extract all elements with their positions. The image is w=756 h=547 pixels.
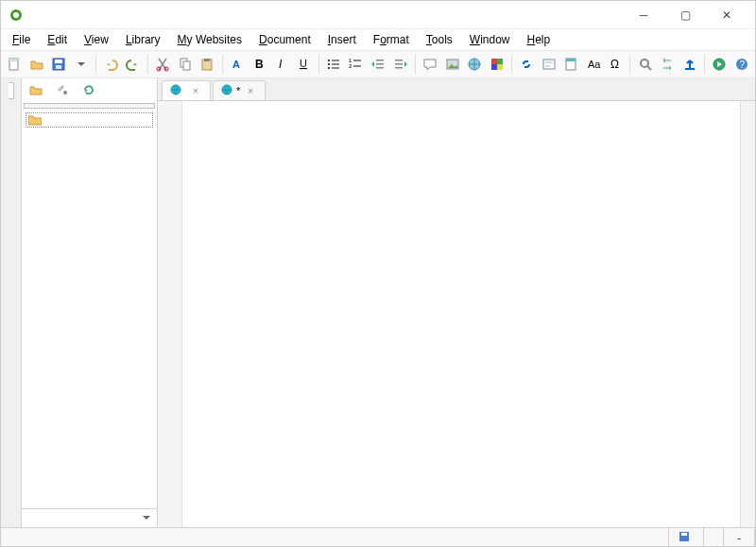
minimize-button[interactable]: ─ xyxy=(623,2,664,28)
svg-rect-48 xyxy=(685,68,695,70)
separator xyxy=(415,55,416,74)
tab-close-icon[interactable]: × xyxy=(189,84,202,97)
svg-text:A: A xyxy=(232,59,240,70)
menu-mywebsites[interactable]: My Websites xyxy=(170,31,249,48)
color-swatch-icon[interactable] xyxy=(487,54,507,75)
separator xyxy=(318,55,319,74)
svg-point-47 xyxy=(641,60,648,67)
sidetab-library[interactable] xyxy=(9,99,14,116)
svg-rect-21 xyxy=(332,63,339,65)
svg-rect-39 xyxy=(497,64,503,70)
tree-item-projects[interactable] xyxy=(26,112,153,128)
italic-icon[interactable]: I xyxy=(272,54,292,75)
chevron-down-icon[interactable] xyxy=(140,511,153,524)
new-file-icon[interactable] xyxy=(5,54,25,75)
svg-rect-28 xyxy=(376,63,384,65)
svg-text:U: U xyxy=(300,58,307,69)
menu-file[interactable]: File xyxy=(5,31,38,48)
svg-rect-31 xyxy=(395,63,403,65)
undo-icon[interactable] xyxy=(101,54,121,75)
svg-text:B: B xyxy=(255,58,264,71)
svg-rect-56 xyxy=(681,533,687,536)
svg-rect-22 xyxy=(332,67,339,69)
editor-area: × * × xyxy=(158,78,755,527)
comment-icon[interactable] xyxy=(421,54,440,75)
refresh-icon[interactable] xyxy=(78,79,99,100)
statusbar: - xyxy=(1,527,755,546)
menu-help[interactable]: Help xyxy=(520,31,558,48)
underline-icon[interactable]: U xyxy=(294,54,314,75)
status-doctype xyxy=(669,528,704,546)
save-small-icon xyxy=(679,531,690,544)
search-icon[interactable] xyxy=(635,54,655,75)
sidepanel-tools xyxy=(22,78,157,101)
separator xyxy=(147,55,148,74)
menu-edit[interactable]: Edit xyxy=(40,31,75,48)
globe-icon[interactable] xyxy=(465,54,485,75)
replace-icon[interactable] xyxy=(658,54,678,75)
separator xyxy=(95,55,96,74)
list-ul-icon[interactable] xyxy=(324,54,344,75)
help-icon[interactable]: ? xyxy=(731,54,751,75)
cut-icon[interactable] xyxy=(153,54,173,75)
save-dropdown-icon[interactable] xyxy=(72,54,92,75)
menu-tools[interactable]: Tools xyxy=(419,31,460,48)
tab-lo4d[interactable]: × xyxy=(162,80,211,100)
menu-insert[interactable]: Insert xyxy=(320,31,364,48)
symbol-icon[interactable]: Ω xyxy=(606,54,626,75)
save-icon[interactable] xyxy=(49,54,69,75)
svg-point-17 xyxy=(328,60,330,61)
copy-icon[interactable] xyxy=(176,54,196,75)
upload-icon[interactable] xyxy=(679,54,699,75)
redo-icon[interactable] xyxy=(124,54,144,75)
menu-view[interactable]: View xyxy=(77,31,116,48)
workspace: × * × xyxy=(1,78,755,527)
stylesheet-icon[interactable] xyxy=(561,54,581,75)
maximize-button[interactable]: ▢ xyxy=(664,2,706,28)
toolbar: A B I U 12 Aa Ω ? xyxy=(1,50,755,78)
sidetab-semantic-data[interactable] xyxy=(9,133,14,150)
paste-icon[interactable] xyxy=(198,54,217,75)
menu-window[interactable]: Window xyxy=(462,31,518,48)
sidetab-code[interactable] xyxy=(9,150,14,167)
sidetabs xyxy=(1,78,22,527)
folder-icon xyxy=(28,114,42,126)
svg-rect-26 xyxy=(353,65,361,67)
sidetab-my-websites[interactable] xyxy=(9,82,14,99)
anchor-icon[interactable]: A xyxy=(228,54,248,75)
form-icon[interactable] xyxy=(539,54,558,75)
tree-root[interactable] xyxy=(24,103,155,109)
menu-document[interactable]: Document xyxy=(251,31,318,48)
tab-label: * xyxy=(236,85,240,96)
tool-icon[interactable] xyxy=(52,79,73,100)
link-icon[interactable] xyxy=(517,54,537,75)
browser-icon xyxy=(221,84,232,97)
svg-rect-42 xyxy=(545,65,550,67)
image-icon[interactable] xyxy=(442,54,462,75)
sidetab-my-computer[interactable] xyxy=(9,116,14,133)
svg-text:Aa: Aa xyxy=(588,59,601,70)
browser-icon xyxy=(170,84,181,97)
close-button[interactable]: ✕ xyxy=(706,2,747,28)
code-body[interactable] xyxy=(182,101,740,527)
tab-untitled[interactable]: * × xyxy=(213,80,266,100)
svg-rect-41 xyxy=(545,61,553,63)
separator xyxy=(511,55,512,74)
indent-icon[interactable] xyxy=(390,54,410,75)
svg-text:I: I xyxy=(279,58,283,71)
editor-tabs: × * × xyxy=(158,78,755,101)
list-ol-icon[interactable]: 12 xyxy=(346,54,366,75)
menubar: File Edit View Library My Websites Docum… xyxy=(1,29,755,50)
menu-format[interactable]: Format xyxy=(366,31,417,48)
font-icon[interactable]: Aa xyxy=(583,54,603,75)
bold-icon[interactable]: B xyxy=(249,54,269,75)
outdent-icon[interactable] xyxy=(369,54,388,75)
open-file-icon[interactable] xyxy=(27,54,47,75)
tab-close-icon[interactable]: × xyxy=(244,84,257,97)
code-editor[interactable] xyxy=(158,101,755,527)
vertical-scrollbar[interactable] xyxy=(740,101,755,527)
preview-icon[interactable] xyxy=(710,54,730,75)
svg-rect-30 xyxy=(395,60,403,61)
menu-library[interactable]: Library xyxy=(118,31,168,48)
new-folder-icon[interactable] xyxy=(26,79,46,100)
